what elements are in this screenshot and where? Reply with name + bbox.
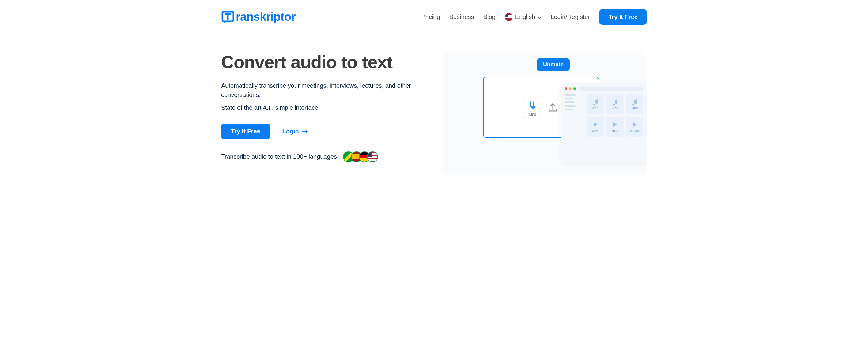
- hero-subtitle-1: Automatically transcribe your meetings, …: [221, 81, 425, 99]
- format-tile-mp4: MP4: [587, 116, 604, 137]
- format-tile-webm: WEBM: [626, 116, 643, 137]
- language-selector[interactable]: English: [505, 13, 541, 21]
- brand-name: ranskriptor: [236, 10, 296, 24]
- format-label: WAV: [612, 107, 618, 110]
- arrow-right-icon: [302, 128, 308, 135]
- window-min-dot: [569, 88, 571, 90]
- nav-login-register[interactable]: Login/Register: [550, 13, 590, 21]
- main-nav: Pricing Business Blog English Login/Regi…: [421, 9, 647, 25]
- play-icon: [611, 121, 619, 128]
- format-tile-mp3: MP3: [626, 94, 643, 114]
- format-tile-mov: MOV: [607, 116, 624, 137]
- hero-login-link[interactable]: Login: [282, 128, 308, 135]
- play-icon: [631, 121, 638, 128]
- hero-media: Unmute MP3: [443, 52, 647, 175]
- site-header: ranskriptor Pricing Business Blog Englis…: [193, 0, 675, 34]
- nav-cta-button[interactable]: Try It Free: [599, 9, 647, 25]
- flag-usa-icon: [367, 151, 378, 162]
- music-note-icon: [611, 98, 619, 105]
- logo-icon: [221, 10, 235, 24]
- window-max-dot: [574, 88, 576, 90]
- hero-languages: Transcribe audio to text in 100+ languag…: [221, 151, 425, 162]
- brand-logo[interactable]: ranskriptor: [221, 10, 296, 24]
- file-mp3-icon: MP3: [524, 97, 541, 118]
- flag-us-icon: [505, 13, 513, 21]
- browser-titlebar: [565, 86, 643, 91]
- format-label: AAC: [592, 107, 599, 110]
- hero-actions: Try It Free Login: [221, 124, 425, 139]
- file-mp3-label: MP3: [529, 113, 536, 116]
- hero-login-label: Login: [282, 128, 299, 135]
- play-icon: [592, 121, 599, 128]
- hero-subtitle-2: State of the art A.I., simple interface: [221, 104, 425, 111]
- format-tile-aac: AAC: [587, 94, 604, 114]
- format-label: MP4: [592, 129, 599, 133]
- browser-search-bar: [580, 86, 643, 91]
- browser-sidebar: [565, 94, 577, 112]
- nav-business[interactable]: Business: [449, 13, 474, 21]
- hero-section: Convert audio to text Automatically tran…: [193, 34, 675, 187]
- format-label: WEBM: [630, 129, 640, 133]
- hero-languages-text: Transcribe audio to text in 100+ languag…: [221, 153, 337, 160]
- window-close-dot: [565, 88, 567, 90]
- flag-stack: [343, 151, 378, 162]
- music-note-icon: [592, 98, 599, 105]
- language-label: English: [515, 13, 535, 21]
- unmute-button[interactable]: Unmute: [537, 59, 570, 71]
- format-label: MP3: [631, 107, 638, 110]
- format-grid: AACWAVMP3MP4MOVWEBM: [587, 94, 643, 137]
- hero-title: Convert audio to text: [221, 52, 425, 72]
- format-label: MOV: [612, 129, 619, 133]
- nav-pricing[interactable]: Pricing: [421, 13, 440, 21]
- hero-copy: Convert audio to text Automatically tran…: [221, 52, 425, 175]
- music-note-icon: [631, 98, 638, 105]
- nav-blog[interactable]: Blog: [483, 13, 496, 21]
- upload-icon: [547, 102, 558, 113]
- chevron-down-icon: [537, 15, 541, 19]
- hero-cta-button[interactable]: Try It Free: [221, 124, 270, 139]
- file-browser-panel: AACWAVMP3MP4MOVWEBM: [561, 83, 647, 162]
- format-tile-wav: WAV: [607, 94, 624, 114]
